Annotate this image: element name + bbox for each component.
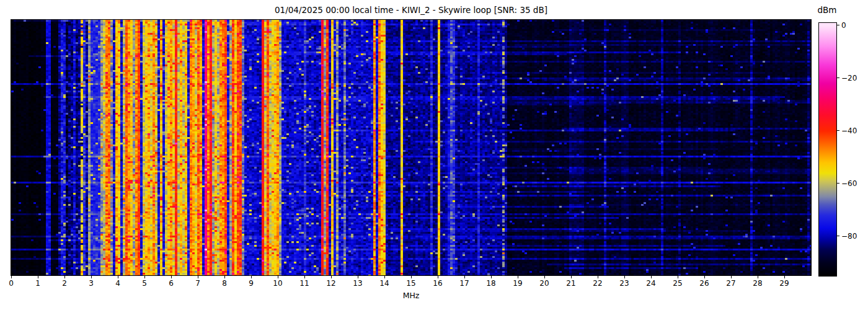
- x-tick-label: 4: [108, 280, 127, 288]
- x-tick-label: 9: [242, 280, 260, 288]
- figure-title: 01/04/2025 00:00 local time - KIWI_2 - S…: [11, 5, 811, 15]
- x-tick-label: 16: [428, 280, 447, 288]
- x-tick-mark: [198, 275, 198, 278]
- colorbar-tick-label: 0: [841, 22, 846, 29]
- x-tick-label: 10: [268, 280, 287, 288]
- x-tick-label: 3: [82, 280, 100, 288]
- x-tick-mark: [784, 275, 785, 278]
- x-tick-mark: [11, 275, 12, 278]
- x-tick-label: 12: [322, 280, 340, 288]
- x-tick-mark: [384, 275, 385, 278]
- colorbar-tick-mark: [836, 183, 839, 184]
- x-tick-mark: [38, 275, 38, 278]
- x-tick-mark: [544, 275, 545, 278]
- x-tick-label: 8: [215, 280, 234, 288]
- x-tick-label: 21: [562, 280, 580, 288]
- x-tick-mark: [144, 275, 145, 278]
- colorbar-tick-mark: [836, 78, 839, 78]
- colorbar-tick-mark: [836, 130, 839, 131]
- x-tick-label: 15: [402, 280, 420, 288]
- x-tick-mark: [464, 275, 465, 278]
- x-tick-mark: [731, 275, 732, 278]
- x-tick-label: 22: [588, 280, 607, 288]
- x-tick-mark: [491, 275, 492, 278]
- colorbar-tick-label: −20: [841, 74, 857, 82]
- x-tick-label: 2: [55, 280, 74, 288]
- x-tick-mark: [171, 275, 172, 278]
- x-tick-label: 29: [775, 280, 794, 288]
- x-tick-label: 23: [615, 280, 634, 288]
- x-tick-mark: [118, 275, 118, 278]
- x-tick-mark: [598, 275, 598, 278]
- x-tick-mark: [571, 275, 572, 278]
- x-tick-mark: [758, 275, 758, 278]
- x-tick-mark: [251, 275, 252, 278]
- x-tick-label: 19: [508, 280, 527, 288]
- waterfall-plot-area: [11, 19, 812, 276]
- x-tick-label: 1: [29, 280, 47, 288]
- colorbar-tick-label: −60: [841, 180, 857, 187]
- x-tick-label: 11: [295, 280, 314, 288]
- x-tick-label: 27: [722, 280, 740, 288]
- waterfall-canvas: [11, 20, 811, 275]
- x-tick-mark: [331, 275, 332, 278]
- x-tick-mark: [278, 275, 278, 278]
- x-tick-label: 17: [455, 280, 474, 288]
- x-tick-mark: [64, 275, 65, 278]
- x-tick-mark: [518, 275, 518, 278]
- x-tick-mark: [438, 275, 438, 278]
- colorbar-gradient: [818, 22, 837, 277]
- frequency-axis: 0123456789101112131415161718192021222324…: [0, 275, 868, 290]
- x-tick-label: 26: [695, 280, 714, 288]
- colorbar-tick-label: −40: [841, 127, 857, 135]
- x-tick-mark: [224, 275, 225, 278]
- colorbar-tick-mark: [836, 25, 839, 25]
- x-tick-mark: [704, 275, 705, 278]
- x-tick-label: 7: [188, 280, 207, 288]
- colorbar-tick-mark: [836, 236, 839, 236]
- x-tick-label: 18: [482, 280, 500, 288]
- x-tick-label: 20: [535, 280, 554, 288]
- x-tick-label: 14: [375, 280, 394, 288]
- x-tick-label: 25: [668, 280, 687, 288]
- colorbar-unit-label: dBm: [810, 5, 844, 15]
- x-tick-mark: [358, 275, 358, 278]
- x-tick-label: 28: [748, 280, 767, 288]
- x-tick-label: 0: [2, 280, 20, 288]
- x-tick-mark: [304, 275, 305, 278]
- x-tick-mark: [678, 275, 678, 278]
- x-tick-mark: [624, 275, 625, 278]
- x-tick-label: 6: [162, 280, 180, 288]
- x-tick-mark: [651, 275, 652, 278]
- spectrogram-figure: 01/04/2025 00:00 local time - KIWI_2 - S…: [0, 0, 868, 310]
- x-tick-mark: [91, 275, 92, 278]
- x-tick-mark: [411, 275, 412, 278]
- frequency-axis-label: MHz: [11, 291, 811, 300]
- x-tick-label: 5: [135, 280, 154, 288]
- x-tick-label: 24: [642, 280, 660, 288]
- x-tick-label: 13: [348, 280, 367, 288]
- colorbar-tick-label: −80: [841, 232, 857, 240]
